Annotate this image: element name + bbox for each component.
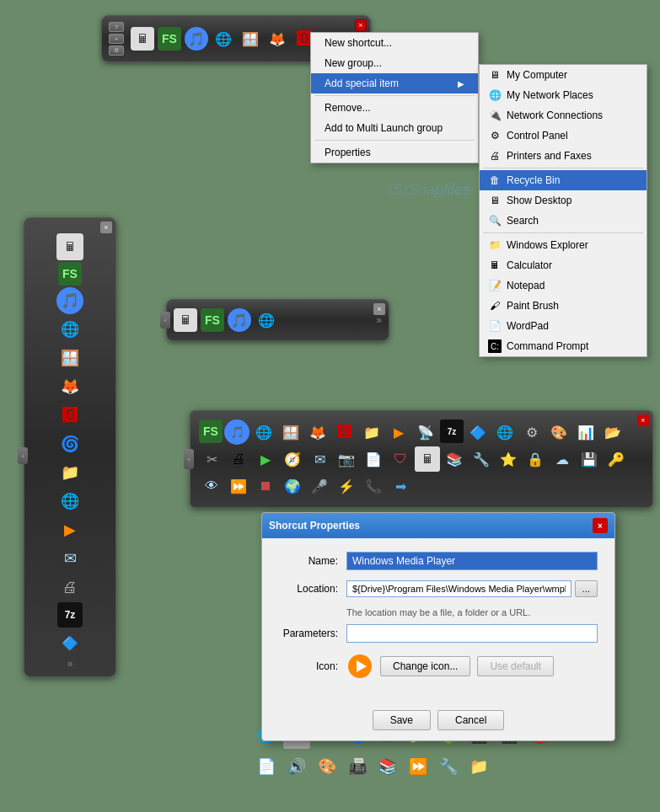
top-toolbar-close[interactable]: × <box>355 19 367 31</box>
sm-recycle-bin[interactable]: 🗑 Recycle Bin <box>480 170 647 190</box>
dialog-save-button[interactable]: Save <box>373 710 431 730</box>
bot2-icon-forward2[interactable]: ⏩ <box>405 753 432 780</box>
sm-my-network[interactable]: 🌐 My Network Places <box>480 85 647 105</box>
lib-icon-windows[interactable]: 🪟 <box>278 419 303 445</box>
dialog-location-input[interactable] <box>346 580 571 597</box>
change-icon-button[interactable]: Change icon... <box>380 656 470 676</box>
mt-icon-calculator[interactable]: 🖩 <box>174 308 197 332</box>
sm-notepad[interactable]: 📝 Notepad <box>480 275 647 296</box>
sm-windows-explorer[interactable]: 📁 Windows Explorer <box>480 235 647 255</box>
top-toolbar-btn3[interactable]: ⚙ <box>109 45 124 56</box>
lib-icon-doc[interactable]: 📄 <box>361 446 386 472</box>
dialog-name-input[interactable] <box>346 552 598 570</box>
tb-icon-chrome[interactable]: 🌐 <box>212 27 235 51</box>
lib-icon-star[interactable]: ⭐ <box>496 446 521 472</box>
lib-icon-fs[interactable]: FS <box>199 419 223 443</box>
sm-calculator[interactable]: 🖩 Calculator <box>480 255 647 275</box>
sm-search[interactable]: 🔍 Search <box>480 211 647 231</box>
lib-icon-forward[interactable]: ⏩ <box>226 473 251 499</box>
sm-printers-faxes[interactable]: 🖨 Printers and Faxes <box>480 146 647 166</box>
lib-icon-settings[interactable]: ⚙ <box>519 419 545 445</box>
bot2-icon-book2[interactable]: 📚 <box>374 753 401 780</box>
lib-icon-stop[interactable]: ⏹ <box>253 473 278 499</box>
lib-icon-bolt[interactable]: ⚡ <box>334 473 359 499</box>
lib-icon-disk[interactable]: 💾 <box>577 446 602 472</box>
lt-icon-ie[interactable]: 🌀 <box>56 430 83 457</box>
lib-icon-opera[interactable]: 🅾 <box>332 419 357 445</box>
dialog-browse-button[interactable]: ... <box>575 580 598 597</box>
lib-icon-play1[interactable]: ▶ <box>386 419 411 445</box>
dialog-cancel-button[interactable]: Cancel <box>437 710 504 730</box>
lib-collapse[interactable]: ‹ <box>184 449 194 469</box>
left-toolbar-more[interactable]: » <box>67 658 73 670</box>
lib-icon-camera[interactable]: 📷 <box>334 446 359 472</box>
tb-icon-windows[interactable]: 🪟 <box>239 27 262 51</box>
left-toolbar-close[interactable]: × <box>100 222 112 233</box>
lib-icon-firefox[interactable]: 🦊 <box>305 419 330 445</box>
top-toolbar-btn1[interactable]: ? <box>109 22 124 32</box>
lib-icon-shield[interactable]: 🛡 <box>388 446 413 472</box>
sm-network-connections[interactable]: 🔌 Network Connections <box>480 105 647 126</box>
lt-icon-winmedia[interactable]: ▶ <box>56 516 83 543</box>
lt-icon-chrome[interactable]: 🌐 <box>56 316 83 343</box>
lib-icon-printer[interactable]: 🖨 <box>226 446 251 472</box>
use-default-button[interactable]: Use default <box>477 656 554 676</box>
lib-icon-phone[interactable]: 📞 <box>361 473 386 499</box>
lib-icon-arrow[interactable]: 📡 <box>413 419 438 445</box>
lt-icon-bluetooth[interactable]: 🔷 <box>56 629 83 656</box>
lib-icon-chrome[interactable]: 🌐 <box>251 419 276 445</box>
sm-my-computer[interactable]: 🖥 My Computer <box>480 65 647 85</box>
lib-icon-folder2[interactable]: 📂 <box>600 419 625 445</box>
lib-icon-key[interactable]: 🔑 <box>604 446 629 472</box>
mid-toolbar-collapse[interactable]: ‹ <box>160 312 170 329</box>
bot2-icon-doc[interactable]: 📄 <box>253 753 280 780</box>
lt-icon-network[interactable]: 🌐 <box>56 488 83 515</box>
lib-icon-eye[interactable]: 👁 <box>199 473 224 499</box>
lt-icon-opera[interactable]: 🅾 <box>56 402 83 429</box>
tb-icon-music[interactable]: 🎵 <box>185 27 208 51</box>
sm-show-desktop[interactable]: 🖥 Show Desktop <box>480 190 647 211</box>
sm-control-panel[interactable]: ⚙ Control Panel <box>480 126 647 146</box>
lib-icon-paint[interactable]: 🎨 <box>546 419 571 445</box>
top-toolbar-btn2[interactable]: + <box>109 34 124 44</box>
tb-icon-firefox[interactable]: 🦊 <box>266 27 289 51</box>
lt-icon-7z[interactable]: 7z <box>57 602 83 628</box>
bot2-icon-fax[interactable]: 📠 <box>344 753 371 780</box>
lib-icon-lock[interactable]: 🔒 <box>523 446 548 472</box>
cm-add-special[interactable]: Add special item ▶ <box>311 73 478 93</box>
cm-new-group[interactable]: New group... <box>311 53 478 73</box>
cm-new-shortcut[interactable]: New shortcut... <box>311 33 478 53</box>
lib-icon-cloud[interactable]: ☁ <box>550 446 575 472</box>
left-toolbar-collapse[interactable]: ‹ <box>18 447 28 464</box>
mid-toolbar-more[interactable]: » <box>376 314 382 326</box>
lib-icon-calculator2[interactable]: 🖩 <box>415 446 440 472</box>
sm-command-prompt[interactable]: C: Command Prompt <box>480 336 647 356</box>
mt-icon-fs[interactable]: FS <box>201 308 224 332</box>
lib-icon-7z[interactable]: 7z <box>440 419 464 443</box>
lt-icon-fs[interactable]: FS <box>58 262 82 286</box>
sm-paint-brush[interactable]: 🖌 Paint Brush <box>480 296 647 316</box>
lib-icon-mic[interactable]: 🎤 <box>307 473 332 499</box>
lib-icon-scissors[interactable]: ✂ <box>199 446 224 472</box>
lib-icon-right-arrow[interactable]: ➡ <box>388 473 413 499</box>
tb-icon-fs[interactable]: FS <box>158 27 181 51</box>
lt-icon-calculator[interactable]: 🖩 <box>56 233 83 260</box>
lib-icon-bluetooth[interactable]: 🔷 <box>465 419 491 445</box>
bot2-icon-speaker[interactable]: 🔊 <box>283 753 310 780</box>
lib-icon-folder1[interactable]: 📁 <box>359 419 384 445</box>
bot2-icon-paint2[interactable]: 🎨 <box>314 753 341 780</box>
mt-icon-chrome[interactable]: 🌐 <box>255 308 278 332</box>
lib-close[interactable]: × <box>637 414 649 426</box>
lt-icon-printer[interactable]: 🖨 <box>56 574 83 601</box>
cm-properties[interactable]: Properties <box>311 142 478 163</box>
sm-wordpad[interactable]: 📄 WordPad <box>480 316 647 336</box>
dialog-params-input[interactable] <box>346 624 598 643</box>
lt-icon-windows[interactable]: 🪟 <box>56 345 83 371</box>
lib-icon-music[interactable]: 🎵 <box>224 419 250 445</box>
lt-icon-folder[interactable]: 📁 <box>56 459 83 486</box>
mt-icon-music[interactable]: 🎵 <box>228 308 251 332</box>
lt-icon-paper-plane[interactable]: ✉ <box>56 545 83 572</box>
cm-add-to-multi[interactable]: Add to Multi Launch group <box>311 118 478 138</box>
lib-icon-compass[interactable]: 🧭 <box>280 446 305 472</box>
lib-icon-network2[interactable]: 🌐 <box>492 419 518 445</box>
